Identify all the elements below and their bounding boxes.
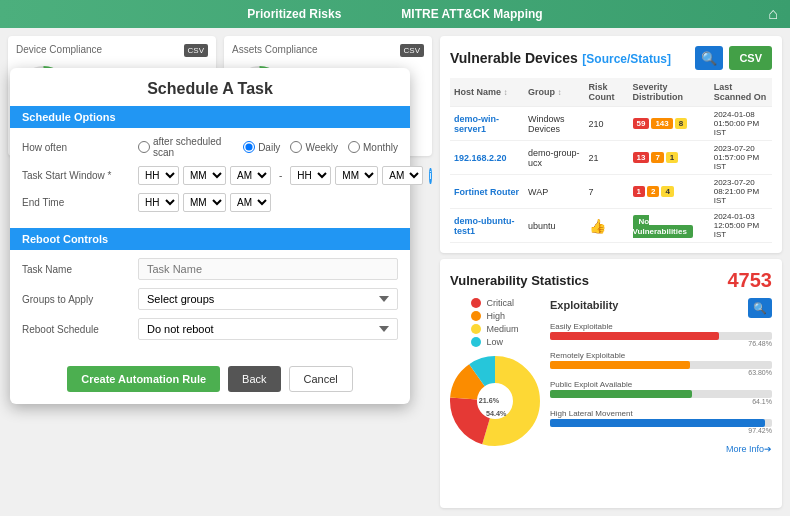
exploit-bar-easily: Easily Exploitable 76.48% (550, 322, 772, 347)
exploit-search-button[interactable]: 🔍 (748, 298, 772, 318)
end-ampm-select[interactable]: AM (382, 166, 423, 185)
host-sort-icon: ↕ (504, 88, 508, 97)
task-name-label: Task Name (22, 264, 132, 275)
end-time-label: End Time (22, 197, 132, 208)
vuln-actions: 🔍 CSV (695, 46, 772, 70)
end-time-group: HH MM AM (138, 193, 271, 212)
vuln-header: Vulnerable Devices [Source/Status] 🔍 CSV (450, 46, 772, 70)
nav-mitre-attack[interactable]: MITRE ATT&CK Mapping (401, 7, 542, 21)
daily-option[interactable]: Daily (243, 141, 280, 153)
daily-radio[interactable] (243, 141, 255, 153)
how-often-radio-group: after scheduled scan Daily Weekly M (138, 136, 398, 158)
vulnerable-devices-card: Vulnerable Devices [Source/Status] 🔍 CSV… (440, 36, 782, 253)
col-group[interactable]: Group ↕ (524, 78, 585, 107)
high-badge: 2 (647, 186, 659, 197)
risk-count-cell: 210 (585, 107, 629, 141)
medium-legend: Medium (471, 324, 518, 334)
task-start-window-row: Task Start Window * HH MM AM - (22, 166, 398, 185)
high-legend: High (471, 311, 518, 321)
host-link[interactable]: 192.168.2.20 (454, 153, 507, 163)
how-often-row: How often after scheduled scan Daily (22, 136, 398, 158)
col-host-name[interactable]: Host Name ↕ (450, 78, 524, 107)
table-row: Fortinet Router WAP 7 1 2 4 2023-07-20 0… (450, 175, 772, 209)
start-hh-select[interactable]: HH (138, 166, 179, 185)
table-row: 192.168.2.20 demo-group-ucx 21 13 7 1 20… (450, 141, 772, 175)
top-navigation: Prioritized Risks MITRE ATT&CK Mapping ⌂ (0, 0, 790, 28)
stats-header: Vulnerability Statistics 4753 (450, 269, 772, 292)
stats-total-count: 4753 (728, 269, 773, 292)
table-row: demo-win-server1 Windows Devices 210 59 … (450, 107, 772, 141)
risk-count-cell: 21 (585, 141, 629, 175)
svg-text:54.4%: 54.4% (486, 409, 507, 418)
groups-row: Groups to Apply Select groups (22, 288, 398, 310)
severity-row: 59 143 8 (633, 118, 706, 129)
endtime-mm-select[interactable]: MM (183, 193, 226, 212)
scanned-cell: 2024-01-03 12:05:00 PM IST (710, 209, 772, 243)
back-button[interactable]: Back (228, 366, 280, 392)
table-row: demo-ubuntu-test1 ubuntu 👍 No Vulnerabil… (450, 209, 772, 243)
schedule-options-header[interactable]: Schedule Options (10, 106, 410, 128)
scanned-cell: 2023-07-20 08:21:00 PM IST (710, 175, 772, 209)
start-mm-select[interactable]: MM (183, 166, 226, 185)
vuln-table-body: demo-win-server1 Windows Devices 210 59 … (450, 107, 772, 243)
main-area: Device Compliance CSV 70% Up-to-date (0, 28, 790, 516)
right-panel: Vulnerable Devices [Source/Status] 🔍 CSV… (440, 28, 790, 516)
vuln-title: Vulnerable Devices (450, 50, 578, 66)
group-cell: demo-group-ucx (524, 141, 585, 175)
high-badge: 143 (651, 118, 672, 129)
groups-select[interactable]: Select groups (138, 288, 398, 310)
reboot-schedule-select[interactable]: Do not reboot (138, 318, 398, 340)
scanned-cell: 2023-07-20 01:57:00 PM IST (710, 141, 772, 175)
start-time-to: HH MM AM (290, 166, 423, 185)
end-mm-select[interactable]: MM (335, 166, 378, 185)
schedule-options-content: How often after scheduled scan Daily (10, 128, 410, 228)
after-scan-option[interactable]: after scheduled scan (138, 136, 233, 158)
task-name-input[interactable] (138, 258, 398, 280)
after-scan-radio[interactable] (138, 141, 150, 153)
vuln-title-group: Vulnerable Devices [Source/Status] (450, 49, 671, 67)
high-badge: 7 (651, 152, 663, 163)
device-compliance-title: Device Compliance (16, 44, 208, 55)
info-icon[interactable]: i (429, 168, 431, 184)
how-often-label: How often (22, 142, 132, 153)
vuln-search-button[interactable]: 🔍 (695, 46, 723, 70)
group-cell: ubuntu (524, 209, 585, 243)
exploit-title: Exploitability (550, 299, 618, 311)
host-link[interactable]: demo-ubuntu-test1 (454, 216, 514, 236)
cancel-button[interactable]: Cancel (289, 366, 353, 392)
end-hh-select[interactable]: HH (290, 166, 331, 185)
endtime-ampm-select[interactable]: AM (230, 193, 271, 212)
home-icon[interactable]: ⌂ (768, 5, 778, 23)
exploit-bars: Easily Exploitable 76.48% Remotely Explo… (550, 322, 772, 438)
nav-prioritized-risks[interactable]: Prioritized Risks (247, 7, 341, 21)
assets-compliance-title: Assets Compliance (232, 44, 424, 55)
group-cell: WAP (524, 175, 585, 209)
exploit-header: Exploitability 🔍 (550, 298, 772, 318)
start-ampm-select[interactable]: AM (230, 166, 271, 185)
monthly-radio[interactable] (348, 141, 360, 153)
vulnerability-stats-card: Vulnerability Statistics 4753 Critical H… (440, 259, 782, 508)
monthly-option[interactable]: Monthly (348, 141, 398, 153)
end-time-row: End Time HH MM AM (22, 193, 398, 212)
medium-badge: 8 (675, 118, 687, 129)
task-start-label: Task Start Window * (22, 170, 132, 181)
medium-badge: 4 (661, 186, 673, 197)
host-link[interactable]: Fortinet Router (454, 187, 519, 197)
no-vulnerability-badge: No Vulnerabilities (633, 215, 693, 238)
host-link[interactable]: demo-win-server1 (454, 114, 499, 134)
severity-row: 1 2 4 (633, 186, 706, 197)
endtime-hh-select[interactable]: HH (138, 193, 179, 212)
vulnerable-devices-table: Host Name ↕ Group ↕ Risk Count Severity … (450, 78, 772, 243)
schedule-modal: Schedule A Task Schedule Options How oft… (10, 68, 410, 404)
assets-compliance-csv[interactable]: CSV (400, 44, 424, 57)
device-compliance-csv[interactable]: CSV (184, 44, 208, 57)
reboot-controls-header[interactable]: Reboot Controls (10, 228, 410, 250)
col-severity: Severity Distribution (629, 78, 710, 107)
start-time-from: HH MM AM (138, 166, 271, 185)
critical-legend: Critical (471, 298, 518, 308)
more-info-link[interactable]: More Info ➔ (550, 444, 772, 454)
weekly-option[interactable]: Weekly (290, 141, 338, 153)
create-automation-button[interactable]: Create Automation Rule (67, 366, 220, 392)
weekly-radio[interactable] (290, 141, 302, 153)
vuln-csv-button[interactable]: CSV (729, 46, 772, 70)
